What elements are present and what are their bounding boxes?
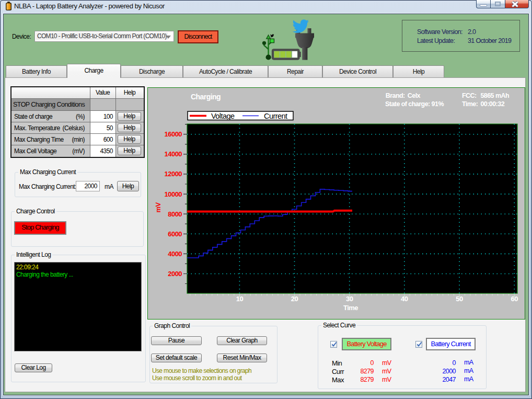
- svg-text:14000: 14000: [165, 150, 182, 158]
- svg-text:40: 40: [401, 295, 408, 303]
- svg-text:6000: 6000: [168, 230, 182, 238]
- svg-text:State of charge: 91%: State of charge: 91%: [385, 100, 444, 108]
- svg-text:12000: 12000: [165, 170, 182, 178]
- svg-text:2000: 2000: [168, 270, 182, 278]
- svg-text:Voltage: Voltage: [211, 112, 235, 120]
- svg-text:20: 20: [291, 295, 298, 303]
- svg-text:10000: 10000: [165, 190, 182, 198]
- svg-text:4000: 4000: [168, 250, 182, 258]
- svg-text:50: 50: [456, 295, 463, 303]
- svg-text:Current: Current: [264, 112, 287, 120]
- svg-text:10: 10: [236, 295, 244, 303]
- svg-text:mV: mV: [154, 202, 162, 213]
- svg-text:FCC:: FCC:: [462, 92, 477, 99]
- svg-text:00:00:32: 00:00:32: [480, 100, 504, 108]
- svg-text:5865 mAh: 5865 mAh: [480, 92, 509, 99]
- svg-text:Time: Time: [343, 304, 358, 312]
- svg-text:16000: 16000: [165, 130, 182, 138]
- svg-text:60: 60: [511, 295, 518, 303]
- svg-text:Celx: Celx: [408, 92, 421, 99]
- svg-text:8000: 8000: [168, 210, 182, 218]
- svg-text:Charging: Charging: [191, 93, 221, 101]
- svg-text:Brand:: Brand:: [386, 92, 405, 99]
- svg-text:30: 30: [346, 295, 353, 303]
- svg-text:Time:: Time:: [462, 100, 478, 108]
